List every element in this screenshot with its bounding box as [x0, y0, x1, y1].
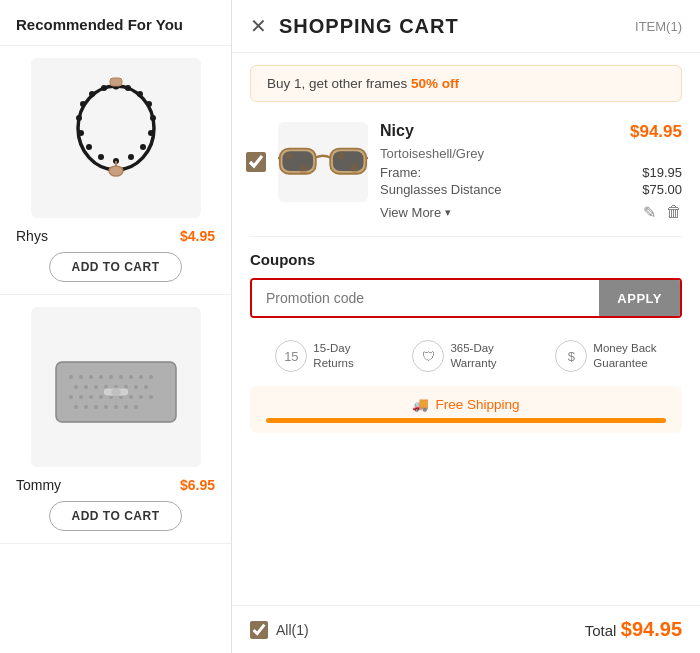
select-all-checkbox[interactable] [250, 621, 268, 639]
shipping-progress-fill [266, 418, 666, 423]
edit-icon[interactable]: ✎ [643, 203, 656, 222]
svg-point-50 [104, 405, 108, 409]
svg-point-2 [125, 85, 131, 91]
total-amount: $94.95 [621, 618, 682, 640]
shipping-progress-bar [266, 418, 666, 423]
chevron-down-icon: ▾ [445, 206, 451, 219]
svg-point-48 [84, 405, 88, 409]
svg-point-11 [86, 144, 92, 150]
warranty-line2: Warranty [450, 356, 496, 371]
svg-point-24 [99, 375, 103, 379]
svg-point-30 [74, 385, 78, 389]
svg-point-41 [99, 395, 103, 399]
returns-text: 15-Day Returns [313, 341, 353, 371]
sunglasses-icon [278, 135, 368, 190]
shipping-icon: 🚚 [412, 396, 429, 412]
svg-point-26 [119, 375, 123, 379]
cart-item-top: Nicy $94.95 [380, 122, 682, 142]
trust-badge-moneyback: $ Money Back Guarantee [555, 340, 656, 372]
warranty-text: 365-Day Warranty [450, 341, 496, 371]
moneyback-text: Money Back Guarantee [593, 341, 656, 371]
returns-icon: 15 [275, 340, 307, 372]
trust-badge-returns: 15 15-Day Returns [275, 340, 353, 372]
add-to-cart-rhys[interactable]: ADD TO CART [49, 252, 183, 282]
trust-badge-warranty: 🛡 365-Day Warranty [412, 340, 496, 372]
svg-point-25 [109, 375, 113, 379]
svg-point-5 [150, 115, 156, 121]
svg-point-21 [69, 375, 73, 379]
svg-point-8 [128, 154, 134, 160]
necklace-icon [66, 73, 166, 203]
returns-line1: 15-Day [313, 341, 353, 356]
svg-point-18 [109, 166, 123, 176]
svg-point-6 [148, 130, 154, 136]
svg-point-12 [78, 130, 84, 136]
svg-point-49 [94, 405, 98, 409]
trust-badges: 15 15-Day Returns 🛡 365-Day Warranty $ M… [232, 328, 700, 380]
promo-banner: Buy 1, get other frames 50% off [250, 65, 682, 102]
moneyback-icon: $ [555, 340, 587, 372]
svg-point-63 [299, 164, 308, 173]
svg-point-62 [285, 152, 292, 159]
cart-item-checkbox[interactable] [246, 152, 266, 172]
cart-item-actions: ✎ 🗑 [643, 203, 682, 222]
promotion-code-input[interactable] [252, 280, 599, 316]
cart-item: Nicy $94.95 Tortoiseshell/Grey Frame: $1… [232, 112, 700, 232]
cart-sunglasses-price: $75.00 [642, 182, 682, 197]
svg-rect-17 [110, 78, 122, 86]
add-to-cart-tommy[interactable]: ADD TO CART [49, 501, 183, 531]
svg-point-3 [137, 91, 143, 97]
svg-point-15 [89, 91, 95, 97]
coupons-section: Coupons APPLY [232, 241, 700, 328]
shipping-label: 🚚 Free Shipping [266, 396, 666, 412]
product-info-tommy: Tommy $6.95 [16, 477, 215, 493]
cart-panel: ✕ SHOPPING CART ITEM(1) Buy 1, get other… [232, 0, 700, 653]
delete-icon[interactable]: 🗑 [666, 203, 682, 222]
svg-point-32 [94, 385, 98, 389]
view-more-link[interactable]: View More ▾ [380, 205, 451, 220]
divider-1 [250, 236, 682, 237]
product-name-tommy: Tommy [16, 477, 61, 493]
promo-text: Buy 1, get other frames [267, 76, 411, 91]
product-image-rhys [31, 58, 201, 218]
svg-point-28 [139, 375, 143, 379]
sidebar: Recommended For You [0, 0, 232, 653]
apply-coupon-button[interactable]: APPLY [599, 280, 680, 316]
view-more-text: View More [380, 205, 441, 220]
moneyback-line1: Money Back [593, 341, 656, 356]
sidebar-title: Recommended For You [0, 0, 231, 46]
cart-frame-label: Frame: [380, 165, 421, 180]
cart-sunglasses-label: Sunglasses Distance [380, 182, 501, 197]
svg-point-31 [84, 385, 88, 389]
wallet-icon [51, 342, 181, 432]
product-price-tommy: $6.95 [180, 477, 215, 493]
svg-point-44 [129, 395, 133, 399]
svg-point-37 [144, 385, 148, 389]
cart-item-count: ITEM(1) [635, 19, 682, 34]
svg-point-40 [89, 395, 93, 399]
svg-point-36 [134, 385, 138, 389]
cart-footer: All(1) Total $94.95 [232, 605, 700, 653]
svg-point-16 [101, 85, 107, 91]
svg-point-46 [149, 395, 153, 399]
svg-point-29 [149, 375, 153, 379]
coupons-title: Coupons [250, 251, 682, 268]
cart-frame-row: Frame: $19.95 [380, 165, 682, 180]
svg-point-38 [69, 395, 73, 399]
promo-highlight: 50% off [411, 76, 459, 91]
close-icon[interactable]: ✕ [250, 14, 267, 38]
product-card-tommy: Tommy $6.95 ADD TO CART [0, 295, 231, 544]
view-more-row: View More ▾ ✎ 🗑 [380, 203, 682, 222]
svg-point-0 [78, 86, 154, 170]
svg-point-10 [98, 154, 104, 160]
svg-point-47 [74, 405, 78, 409]
svg-point-22 [79, 375, 83, 379]
svg-point-13 [76, 115, 82, 121]
svg-point-7 [140, 144, 146, 150]
cart-sunglasses-row: Sunglasses Distance $75.00 [380, 182, 682, 197]
cart-item-details: Nicy $94.95 Tortoiseshell/Grey Frame: $1… [380, 122, 682, 222]
svg-point-45 [139, 395, 143, 399]
svg-point-65 [350, 163, 359, 172]
shipping-text: Free Shipping [435, 397, 519, 412]
product-info-rhys: Rhys $4.95 [16, 228, 215, 244]
